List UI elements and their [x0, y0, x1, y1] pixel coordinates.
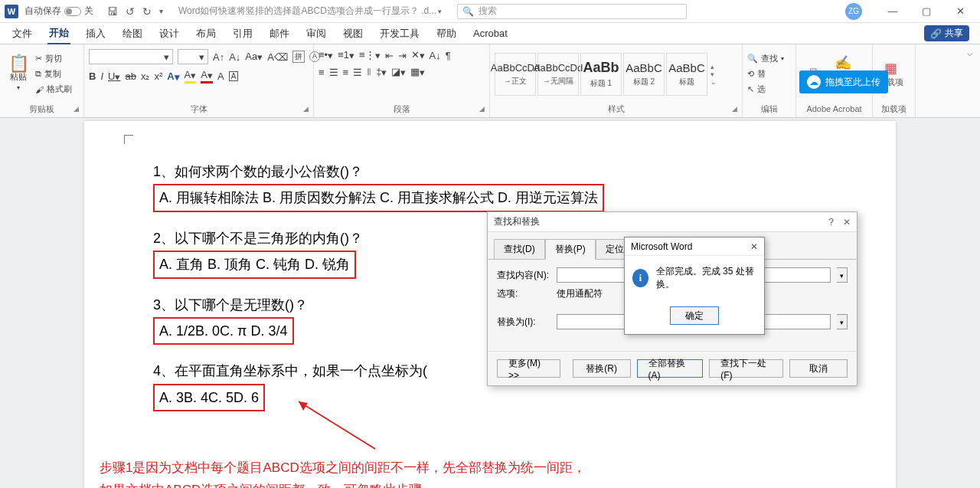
tab-draw[interactable]: 绘图: [121, 24, 144, 44]
undo-icon[interactable]: ↺: [126, 5, 135, 18]
tab-file[interactable]: 文件: [11, 24, 34, 44]
borders-icon[interactable]: ▦▾: [410, 66, 425, 78]
tab-mailings[interactable]: 邮件: [268, 24, 291, 44]
dialog-tab-find[interactable]: 查找(D): [494, 239, 545, 260]
superscript-button[interactable]: x²: [154, 70, 162, 82]
underline-button[interactable]: U▾: [108, 70, 120, 83]
more-button[interactable]: 更多(M) >>: [497, 359, 560, 378]
font-size-combo[interactable]: ▾: [178, 49, 208, 64]
ribbon-collapse-icon[interactable]: ⌵: [959, 44, 980, 117]
dialog-tab-replace[interactable]: 替换(P): [545, 239, 596, 260]
asian-layout-icon[interactable]: ✕▾: [411, 49, 425, 61]
msgbox-close-icon[interactable]: ✕: [750, 241, 758, 252]
margin-corner-icon: [124, 135, 133, 144]
clear-format-icon[interactable]: A⌫: [267, 51, 288, 63]
decrease-indent-icon[interactable]: ⇤: [385, 50, 394, 61]
style-nospacing[interactable]: AaBbCcDd→无间隔: [537, 53, 579, 96]
toggle-icon: [64, 7, 81, 16]
tab-design[interactable]: 设计: [158, 24, 181, 44]
cut-button[interactable]: ✂剪切: [35, 52, 72, 66]
copy-icon: ⧉: [35, 69, 41, 79]
text-effects-icon[interactable]: A▾: [167, 70, 179, 83]
dialog-help-icon[interactable]: ?: [828, 217, 834, 228]
highlight-icon[interactable]: A▾: [185, 69, 197, 84]
replace-button[interactable]: ⟲替: [747, 67, 784, 81]
grow-font-icon[interactable]: A↑: [213, 51, 224, 63]
copy-button[interactable]: ⧉复制: [35, 67, 72, 81]
styles-group-label: 样式: [608, 103, 625, 115]
align-left-icon[interactable]: ≡: [318, 67, 325, 78]
tab-acrobat[interactable]: Acrobat: [472, 25, 509, 42]
replace-history-dropdown[interactable]: ▾: [837, 314, 848, 329]
align-center-icon[interactable]: ☰: [329, 67, 338, 78]
find-button[interactable]: 🔍查找▾: [747, 52, 784, 66]
justify-icon[interactable]: ☰: [353, 67, 362, 78]
cloud-icon: ☁: [807, 75, 821, 89]
replace-one-button[interactable]: 替换(R): [573, 359, 631, 378]
styles-more[interactable]: ▴▾⌄: [710, 63, 717, 86]
font-family-combo[interactable]: ▾: [89, 49, 173, 64]
autosave-toggle[interactable]: 自动保存 关: [24, 5, 93, 18]
shrink-font-icon[interactable]: A↓: [229, 51, 240, 63]
align-right-icon[interactable]: ≡: [343, 67, 349, 78]
tab-layout[interactable]: 布局: [194, 24, 217, 44]
style-normal[interactable]: AaBbCcDd→正文: [495, 53, 536, 96]
sort-icon[interactable]: A↓: [430, 50, 441, 61]
minimize-button[interactable]: —: [877, 1, 908, 22]
change-case-icon[interactable]: Aa▾: [245, 51, 263, 63]
strike-button[interactable]: ab: [125, 70, 136, 82]
bold-button[interactable]: B: [89, 70, 96, 82]
phonetic-icon[interactable]: 拼: [292, 51, 305, 63]
save-icon[interactable]: 🖫: [107, 5, 118, 18]
clipboard-dialog-launcher[interactable]: ◢: [74, 105, 79, 113]
tab-review[interactable]: 审阅: [305, 24, 328, 44]
format-painter-button[interactable]: 🖌格式刷: [35, 83, 72, 97]
search-box[interactable]: 🔍 搜索: [457, 4, 687, 19]
bullets-icon[interactable]: ≡•▾: [318, 49, 333, 61]
select-button[interactable]: ↖选: [747, 83, 784, 97]
styles-dialog-launcher[interactable]: ◢: [732, 105, 737, 113]
share-button[interactable]: 🔗 共享: [924, 25, 969, 41]
tab-help[interactable]: 帮助: [435, 24, 458, 44]
distribute-icon[interactable]: ⫴: [367, 66, 371, 78]
show-marks-icon[interactable]: ¶: [446, 50, 451, 61]
multilevel-icon[interactable]: ≡⋮▾: [359, 49, 381, 61]
msgbox-ok-button[interactable]: 确定: [670, 306, 719, 325]
font-color-icon[interactable]: A▾: [201, 69, 213, 84]
paste-button[interactable]: 📋 粘贴 ▾: [5, 57, 32, 91]
title-dropdown-icon[interactable]: ▾: [438, 8, 442, 15]
replace-all-button[interactable]: 全部替换(A): [637, 359, 704, 378]
tab-view[interactable]: 视图: [341, 24, 364, 44]
styles-gallery[interactable]: AaBbCcDd→正文 AaBbCcDd→无间隔 AaBb标题 1 AaBbC标…: [495, 53, 707, 96]
qat-more-icon[interactable]: ▾: [159, 7, 163, 15]
upload-tooltip[interactable]: ☁ 拖拽至此上传: [799, 70, 888, 93]
tab-developer[interactable]: 开发工具: [378, 24, 421, 44]
line-spacing-icon[interactable]: ‡▾: [376, 66, 387, 78]
tab-home[interactable]: 开始: [47, 23, 70, 44]
sign-icon: ✍: [835, 54, 851, 71]
increase-indent-icon[interactable]: ⇥: [398, 50, 407, 61]
shading-icon[interactable]: ◪▾: [391, 66, 406, 78]
paragraph-dialog-launcher[interactable]: ◢: [479, 105, 485, 113]
style-heading1[interactable]: AaBb标题 1: [580, 53, 622, 96]
style-heading2[interactable]: AaBbC标题 2: [623, 53, 665, 96]
font-dialog-launcher[interactable]: ◢: [303, 105, 309, 113]
char-shading-icon[interactable]: A: [217, 70, 224, 82]
redo-icon[interactable]: ↻: [142, 5, 152, 18]
style-title[interactable]: AaBbC标题: [666, 53, 707, 96]
cancel-button[interactable]: 取消: [789, 359, 848, 378]
italic-button[interactable]: I: [100, 70, 103, 82]
close-button[interactable]: ✕: [945, 1, 975, 22]
find-next-button[interactable]: 查找下一处(F): [709, 359, 783, 378]
user-avatar[interactable]: ZG: [845, 3, 862, 20]
msgbox-text: 全部完成。完成 35 处替换。: [656, 265, 756, 291]
find-history-dropdown[interactable]: ▾: [837, 267, 848, 283]
dialog-close-icon[interactable]: ✕: [843, 217, 851, 228]
maximize-button[interactable]: ▢: [911, 1, 942, 22]
char-border-icon[interactable]: A: [229, 71, 239, 81]
subscript-button[interactable]: x₂: [141, 70, 150, 82]
tab-references[interactable]: 引用: [231, 24, 254, 44]
numbering-icon[interactable]: ≡1▾: [338, 49, 354, 61]
q2-options: A. 直角 B. 顶角 C. 钝角 D. 锐角: [153, 251, 356, 278]
tab-insert[interactable]: 插入: [84, 24, 107, 44]
